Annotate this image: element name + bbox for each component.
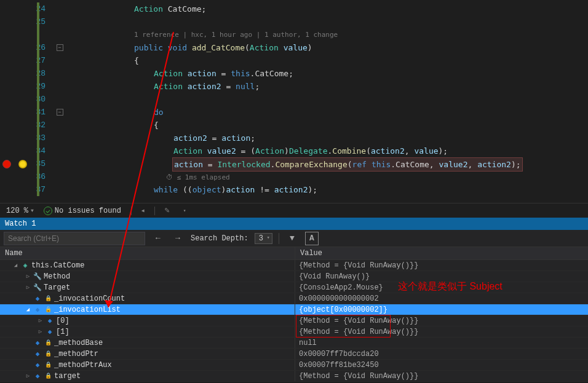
watch-toolbar: ← → Search Depth: 3 ▼ A [0, 230, 588, 247]
watch-row[interactable]: ◆🔒_methodBasenull [0, 338, 588, 349]
expander-icon[interactable]: ▷ [25, 373, 31, 379]
nav-left-icon[interactable]: ← [151, 232, 165, 245]
field-icon: ◆ [33, 372, 42, 381]
watch-name: _methodBase [54, 339, 103, 347]
expander-icon[interactable]: ▷ [25, 284, 31, 291]
nav-right-icon[interactable]: → [171, 232, 185, 245]
zoom-dropdown[interactable]: 120 % ▼ [6, 207, 34, 215]
watch-name: _methodPtr [54, 350, 98, 358]
editor-status-bar: 120 % ▼ No issues found ◀ ▾ [0, 203, 588, 218]
watch-name: [1] [56, 328, 70, 336]
watch-name: Target [44, 283, 70, 292]
check-icon [44, 207, 52, 215]
watch-value: {object[0x00000002]} [295, 306, 588, 314]
field-icon: ◆ [33, 294, 42, 303]
codelens[interactable]: 1 reference | hxc, 1 hour ago | 1 author… [75, 28, 588, 41]
expander-icon[interactable]: ▷ [25, 273, 31, 280]
code-line[interactable]: action2 = action; [75, 132, 588, 144]
field-icon: ◆ [33, 350, 42, 358]
watch-value: 0x00007ff81be32450 [295, 361, 588, 369]
watch-row[interactable]: ▷◆[0]{Method = {Void RunAway()}} [0, 315, 588, 326]
watch-name: _invocationList [54, 306, 121, 314]
lock-icon: 🔒 [44, 306, 52, 314]
watch-panel-title: Watch 1 [0, 218, 588, 230]
col-header-name[interactable]: Name [0, 247, 295, 259]
watch-row[interactable]: ◆🔒_methodPtr0x00007ff7bdccda20 [0, 349, 588, 360]
watch-row[interactable]: ◢◆🔒_invocationList{object[0x00000002]} [0, 304, 588, 315]
annotation-text: 这个就是类似于 Subject [398, 280, 503, 293]
depth-dropdown[interactable]: 3 [255, 233, 272, 244]
watch-value: {Void RunAway()} [295, 272, 588, 281]
watch-name: this.CatCome [31, 261, 84, 270]
code-line[interactable]: { [75, 54, 588, 67]
expander-icon[interactable]: ◢ [25, 306, 31, 313]
watch-name: [0] [56, 317, 70, 325]
issues-indicator[interactable]: No issues found [44, 207, 121, 215]
watch-name: _methodPtrAux [54, 361, 112, 369]
watch-name: target [54, 372, 81, 381]
expander-icon[interactable]: ◢ [12, 262, 19, 269]
variable-icon: ◈ [21, 261, 30, 270]
code-line[interactable]: ⏱ ≤ 1ms elapsed [75, 170, 588, 183]
property-icon: 🔧 [33, 283, 42, 292]
watch-value: 0x00007ff7bdccda20 [295, 350, 588, 358]
watch-value: {Method = {Void RunAway()}} [295, 261, 588, 270]
watch-search-input[interactable] [4, 232, 145, 245]
watch-row[interactable]: ◆🔒_invocationCount0x0000000000000002 [0, 293, 588, 304]
watch-name: Method [44, 272, 70, 281]
field-icon: ◆ [33, 306, 42, 314]
filter-icon[interactable]: ▼ [285, 232, 299, 245]
expander-icon[interactable]: ▷ [37, 317, 44, 324]
watch-grid-header: Name Value [0, 247, 588, 260]
watch-row[interactable]: ▷◆[1]{Method = {Void RunAway()}} [0, 326, 588, 338]
watch-value: 0x0000000000000002 [295, 294, 588, 303]
breakpoint-icon[interactable] [2, 160, 11, 168]
collapse-toggle[interactable]: − [57, 109, 63, 116]
code-line[interactable]: Action CatCome; [75, 2, 588, 15]
code-line[interactable]: do [75, 106, 588, 119]
expander-icon[interactable]: ▷ [37, 328, 44, 335]
code-line[interactable]: Action action2 = null; [75, 80, 588, 93]
lock-icon: 🔒 [44, 372, 52, 381]
text-a-icon[interactable]: A [305, 232, 319, 245]
lock-icon: 🔒 [44, 294, 52, 303]
field-icon: ◆ [33, 361, 42, 369]
element-icon: ◆ [46, 317, 54, 325]
lightbulb-icon[interactable] [18, 160, 27, 168]
annotation-box [296, 315, 391, 338]
watch-row[interactable]: ◢◈this.CatCome{Method = {Void RunAway()}… [0, 260, 588, 271]
lock-icon: 🔒 [44, 350, 52, 358]
depth-label: Search Depth: [191, 234, 248, 243]
element-icon: ◆ [46, 328, 54, 336]
code-line[interactable] [75, 93, 588, 106]
code-line[interactable]: { [75, 119, 588, 132]
property-icon: 🔧 [33, 272, 42, 281]
watch-row[interactable]: ◆🔒_methodPtrAux0x00007ff81be32450 [0, 360, 588, 371]
watch-value: null [295, 339, 588, 347]
code-line[interactable]: action = Interlocked.CompareExchange(ref… [75, 157, 588, 170]
field-icon: ◆ [33, 339, 42, 347]
watch-row[interactable]: ▷◆🔒target{Method = {Void RunAway()}} [0, 371, 588, 382]
code-line[interactable]: Action action = this.CatCome; [75, 67, 588, 80]
lock-icon: 🔒 [44, 339, 52, 347]
watch-name: _invocationCount [54, 294, 125, 303]
watch-value: {Method = {Void RunAway()}} [295, 372, 588, 381]
collapse-toggle[interactable]: − [57, 44, 63, 51]
code-line[interactable] [75, 15, 588, 28]
lock-icon: 🔒 [44, 361, 52, 369]
col-header-value[interactable]: Value [295, 247, 588, 259]
code-line[interactable]: public void add_CatCome(Action value) [75, 41, 588, 54]
code-line[interactable]: while ((object)action != action2); [75, 183, 588, 196]
pen-icon[interactable] [165, 207, 173, 215]
code-line[interactable]: Action value2 = (Action)Delegate.Combine… [75, 144, 588, 157]
